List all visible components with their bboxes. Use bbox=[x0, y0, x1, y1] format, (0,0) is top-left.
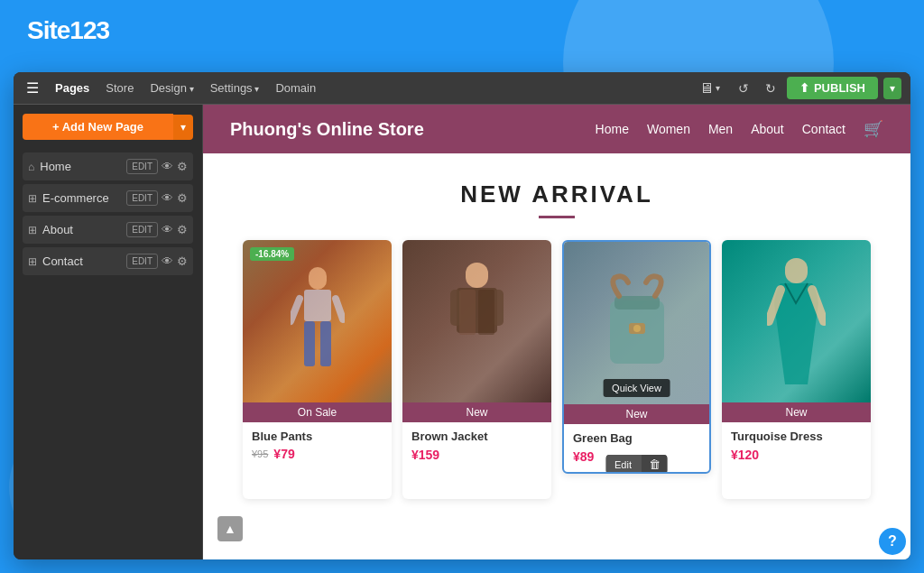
svg-rect-13 bbox=[614, 296, 660, 310]
svg-rect-0 bbox=[309, 267, 327, 290]
product-name-turquoise-dress: Turquoise Dress bbox=[731, 430, 862, 443]
main-area: + Add New Page ▾ ⌂ Home EDIT 👁 ⚙ ⊞ E-com… bbox=[14, 105, 910, 559]
product-card-brown-jacket[interactable]: New Brown Jacket ¥159 bbox=[402, 240, 551, 499]
contact-gear-icon[interactable]: ⚙ bbox=[177, 254, 188, 268]
redo-button[interactable]: ↻ bbox=[760, 78, 781, 99]
card-edit-button[interactable]: Edit bbox=[605, 455, 641, 474]
ecommerce-edit-button[interactable]: EDIT bbox=[126, 190, 158, 206]
sidebar-item-home[interactable]: ⌂ Home EDIT 👁 ⚙ bbox=[23, 152, 193, 180]
blue-pants-bg bbox=[243, 240, 392, 402]
store-cart-icon[interactable]: 🛒 bbox=[864, 119, 883, 139]
help-button[interactable]: ? bbox=[879, 528, 906, 555]
store-nav-home[interactable]: Home bbox=[596, 122, 629, 136]
product-card-green-bag[interactable]: Quick View New Green Bag ¥89 Edit 🗑 bbox=[562, 240, 711, 474]
store-nav-links: Home Women Men About Contact 🛒 bbox=[596, 119, 883, 139]
product-status-blue-pants: On Sale bbox=[243, 402, 392, 422]
product-info-brown-jacket: Brown Jacket ¥159 bbox=[402, 422, 551, 470]
svg-rect-6 bbox=[466, 263, 488, 288]
ecommerce-page-actions: EDIT 👁 ⚙ bbox=[126, 190, 188, 206]
product-status-turquoise-dress: New bbox=[722, 402, 871, 422]
contact-page-icon: ⊞ bbox=[28, 255, 37, 268]
toolbar-store[interactable]: Store bbox=[98, 78, 141, 98]
product-info-turquoise-dress: Turquoise Dress ¥120 bbox=[722, 422, 871, 470]
home-page-icon: ⌂ bbox=[28, 161, 34, 173]
toolbar: ☰ Pages Store Design Settings Domain 🖥 ↺… bbox=[14, 72, 910, 105]
discount-badge-blue-pants: -16.84% bbox=[250, 247, 294, 261]
svg-rect-2 bbox=[304, 321, 315, 366]
undo-button[interactable]: ↺ bbox=[733, 78, 754, 99]
ecommerce-gear-icon[interactable]: ⚙ bbox=[177, 191, 188, 205]
store-nav-contact[interactable]: Contact bbox=[802, 122, 845, 136]
svg-rect-11 bbox=[478, 290, 494, 335]
product-status-brown-jacket: New bbox=[402, 402, 551, 422]
svg-point-15 bbox=[633, 325, 641, 332]
product-card-turquoise-dress[interactable]: New Turquoise Dress ¥120 bbox=[722, 240, 871, 499]
product-card-blue-pants[interactable]: -16.84% On Sale Blue Pants ¥95 ¥79 bbox=[243, 240, 392, 499]
toolbar-domain[interactable]: Domain bbox=[268, 78, 323, 98]
product-status-green-bag: New bbox=[564, 404, 709, 424]
add-page-dropdown[interactable]: ▾ bbox=[173, 115, 193, 140]
about-eye-icon[interactable]: 👁 bbox=[162, 223, 173, 236]
about-gear-icon[interactable]: ⚙ bbox=[177, 223, 188, 236]
sidebar-item-about[interactable]: ⊞ About EDIT 👁 ⚙ bbox=[23, 216, 193, 244]
card-delete-button[interactable]: 🗑 bbox=[641, 455, 668, 474]
browser-chrome: ☰ Pages Store Design Settings Domain 🖥 ↺… bbox=[14, 72, 910, 559]
svg-rect-16 bbox=[785, 258, 808, 283]
store-nav-about[interactable]: About bbox=[751, 122, 784, 136]
publish-button[interactable]: ⬆ PUBLISH bbox=[787, 77, 878, 99]
product-price-turquoise-dress: ¥120 bbox=[731, 448, 759, 462]
product-price-brown-jacket: ¥159 bbox=[411, 448, 439, 462]
sidebar-item-contact[interactable]: ⊞ Contact EDIT 👁 ⚙ bbox=[23, 247, 193, 275]
turquoise-dress-bg bbox=[722, 240, 871, 402]
product-image-green-bag: Quick View bbox=[564, 242, 709, 404]
product-name-blue-pants: Blue Pants bbox=[252, 430, 383, 443]
svg-rect-1 bbox=[304, 290, 331, 321]
card-edit-toolbar: Edit 🗑 bbox=[605, 455, 668, 474]
ecommerce-page-icon: ⊞ bbox=[28, 192, 37, 205]
store-nav-men[interactable]: Men bbox=[708, 122, 733, 136]
home-page-actions: EDIT 👁 ⚙ bbox=[126, 159, 188, 174]
store-nav-women[interactable]: Women bbox=[647, 122, 690, 136]
ecommerce-page-label: E-commerce bbox=[42, 191, 126, 205]
scroll-up-button[interactable]: ▲ bbox=[217, 516, 243, 541]
toolbar-pages[interactable]: Pages bbox=[48, 78, 97, 98]
turquoise-dress-art bbox=[767, 258, 826, 384]
product-price-blue-pants: ¥79 bbox=[273, 447, 294, 461]
menu-icon[interactable]: ☰ bbox=[23, 76, 42, 100]
brown-jacket-art bbox=[443, 263, 511, 380]
sidebar-item-ecommerce[interactable]: ⊞ E-commerce EDIT 👁 ⚙ bbox=[23, 184, 193, 212]
contact-edit-button[interactable]: EDIT bbox=[126, 254, 158, 269]
quick-view-button[interactable]: Quick View bbox=[603, 379, 670, 397]
toolbar-settings[interactable]: Settings bbox=[203, 78, 267, 98]
product-name-green-bag: Green Bag bbox=[573, 431, 700, 445]
add-page-button[interactable]: + Add New Page bbox=[23, 114, 173, 140]
publish-icon: ⬆ bbox=[799, 81, 809, 95]
brown-jacket-bg bbox=[402, 240, 551, 402]
products-grid: -16.84% On Sale Blue Pants ¥95 ¥79 bbox=[221, 240, 892, 499]
svg-line-5 bbox=[336, 299, 343, 319]
home-eye-icon[interactable]: 👁 bbox=[162, 160, 173, 173]
add-page-section: + Add New Page ▾ bbox=[23, 114, 193, 140]
new-arrival-title: NEW ARRIVAL bbox=[221, 180, 892, 208]
product-image-turquoise-dress bbox=[722, 240, 871, 402]
about-page-actions: EDIT 👁 ⚙ bbox=[126, 222, 188, 237]
monitor-selector[interactable]: 🖥 bbox=[692, 77, 727, 100]
toolbar-design[interactable]: Design bbox=[143, 78, 200, 98]
new-arrival-section: NEW ARRIVAL bbox=[203, 153, 910, 517]
contact-eye-icon[interactable]: 👁 bbox=[162, 254, 173, 268]
contact-page-label: Contact bbox=[42, 254, 126, 268]
home-edit-button[interactable]: EDIT bbox=[126, 159, 158, 174]
publish-dropdown-button[interactable]: ▾ bbox=[883, 78, 901, 99]
about-edit-button[interactable]: EDIT bbox=[126, 222, 158, 237]
about-page-icon: ⊞ bbox=[28, 224, 37, 236]
ecommerce-eye-icon[interactable]: 👁 bbox=[162, 191, 173, 205]
new-arrival-underline bbox=[539, 216, 575, 218]
contact-page-actions: EDIT 👁 ⚙ bbox=[126, 254, 188, 269]
product-image-brown-jacket bbox=[402, 240, 551, 402]
product-price-green-bag: ¥89 bbox=[573, 449, 594, 464]
site-header: Site123 bbox=[27, 16, 109, 45]
store-preview: Phuong's Online Store Home Women Men Abo… bbox=[203, 105, 910, 559]
svg-rect-3 bbox=[320, 321, 331, 366]
site-logo: Site123 bbox=[27, 16, 109, 44]
home-gear-icon[interactable]: ⚙ bbox=[177, 160, 188, 173]
